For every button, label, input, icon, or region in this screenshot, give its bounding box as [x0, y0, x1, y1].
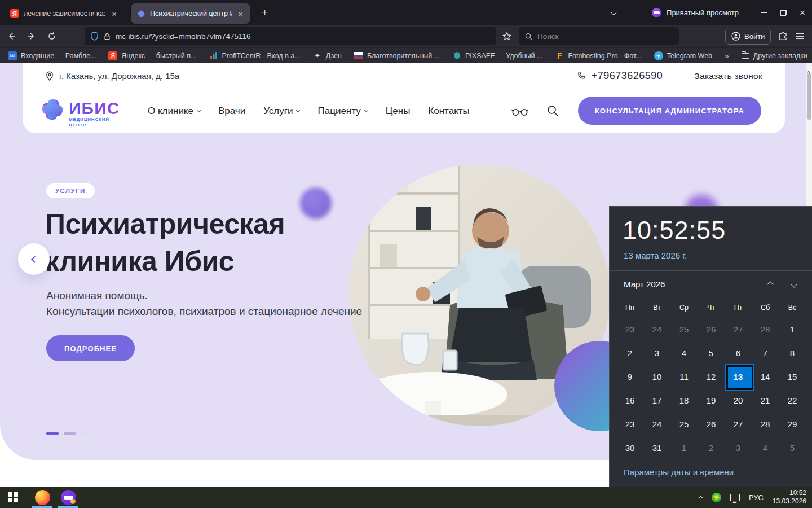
bookmark-item[interactable]: ✦Дзен — [313, 51, 342, 60]
shield-icon[interactable] — [90, 32, 99, 41]
bookmark-item[interactable]: ✉Входящие — Рамбле... — [8, 51, 96, 60]
carousel-dot[interactable] — [64, 432, 76, 435]
calendar-day[interactable]: 1 — [670, 436, 698, 459]
nav-item-kontakty[interactable]: Контакты — [428, 106, 469, 117]
site-search-icon[interactable] — [544, 103, 562, 119]
calendar-day[interactable]: 14 — [752, 365, 779, 388]
bookmarks-overflow-icon[interactable]: » — [725, 51, 729, 60]
scrollbar-thumb[interactable] — [807, 73, 811, 120]
calendar-day[interactable]: 10 — [643, 365, 670, 388]
admin-consultation-button[interactable]: КОНСУЛЬТАЦИЯ АДМИНИСТРАТОРА — [578, 97, 761, 125]
clock-date-link[interactable]: 13 марта 2026 г. — [624, 251, 687, 260]
nav-item-uslugi[interactable]: Услуги — [263, 106, 299, 117]
calendar-day[interactable]: 25 — [670, 317, 698, 341]
tab-close-icon[interactable]: × — [236, 9, 245, 19]
reload-icon[interactable] — [43, 28, 61, 44]
calendar-day[interactable]: 24 — [643, 412, 670, 436]
calendar-day[interactable]: 4 — [670, 341, 698, 365]
login-button[interactable]: Войти — [725, 28, 771, 45]
nav-item-o-klinike[interactable]: О клинике — [148, 106, 200, 117]
list-all-tabs-icon[interactable] — [604, 11, 624, 15]
calendar-day[interactable]: 28 — [752, 317, 779, 341]
calendar-day[interactable]: 4 — [752, 436, 779, 459]
calendar-next-month-icon[interactable] — [792, 279, 796, 289]
calendar-day[interactable]: 8 — [779, 341, 806, 365]
restore-button[interactable] — [774, 0, 793, 25]
tray-expand-icon[interactable] — [699, 492, 703, 502]
more-button[interactable]: ПОДРОБНЕЕ — [46, 335, 135, 361]
taskbar-firefox-private-button[interactable] — [55, 487, 81, 508]
carousel-dot[interactable] — [81, 432, 94, 435]
calendar-day[interactable]: 9 — [616, 365, 643, 388]
calendar-prev-month-icon[interactable] — [768, 279, 773, 289]
bookmark-item[interactable]: ProfiTCentR - Вход в а... — [209, 51, 301, 60]
bookmark-item[interactable]: ЯЯндекс — быстрый п... — [108, 51, 196, 60]
tab-close-icon[interactable]: × — [110, 9, 118, 19]
phone-link[interactable]: +79673626590 — [577, 70, 663, 82]
calendar-day[interactable]: 27 — [725, 412, 752, 436]
calendar-day[interactable]: 7 — [752, 341, 779, 365]
minimize-button[interactable] — [754, 0, 774, 25]
nav-item-ceny[interactable]: Цены — [386, 106, 411, 117]
forward-icon[interactable] — [23, 28, 41, 44]
other-bookmarks-folder[interactable]: Другие закладки — [742, 52, 807, 60]
calendar-day[interactable]: 25 — [670, 412, 698, 436]
calendar-day[interactable]: 3 — [725, 436, 752, 459]
calendar-day[interactable]: 2 — [698, 436, 725, 459]
nav-item-vrachi[interactable]: Врачи — [218, 106, 245, 117]
calendar-day[interactable]: 28 — [752, 412, 779, 436]
lock-icon[interactable] — [103, 32, 111, 41]
start-button[interactable] — [0, 487, 26, 508]
carousel-prev-button[interactable] — [18, 243, 50, 275]
calendar-day[interactable]: 17 — [643, 388, 670, 412]
calendar-day[interactable]: 30 — [616, 436, 643, 459]
site-logo[interactable]: ИБИС МЕДИЦИНСКИЙ ЦЕНТР — [39, 97, 120, 129]
calendar-day[interactable]: 3 — [643, 341, 670, 365]
calendar-day[interactable]: 26 — [698, 412, 725, 436]
calendar-day[interactable]: 31 — [643, 436, 670, 459]
url-bar[interactable]: mc-ibis.ru/?ysclid=mmolnb7vlm7475116 — [85, 27, 496, 45]
tray-antivirus-icon[interactable]: ✚ — [710, 492, 722, 503]
calendar-day[interactable]: 6 — [725, 341, 752, 365]
calendar-day[interactable]: 26 — [698, 317, 725, 341]
calendar-day[interactable]: 20 — [725, 388, 752, 412]
bookmark-item[interactable]: FFotohosting.Pro - Фот... — [555, 51, 641, 60]
calendar-day[interactable]: 2 — [616, 341, 643, 365]
calendar-day[interactable]: 5 — [779, 436, 806, 459]
bookmark-star-icon[interactable] — [498, 27, 515, 45]
date-time-settings-link[interactable]: Параметры даты и времени — [624, 467, 734, 477]
bookmark-item[interactable]: PIXSAFE — Удобный ... — [452, 51, 542, 60]
calendar-day[interactable]: 5 — [698, 341, 725, 365]
new-tab-button[interactable]: + — [258, 6, 271, 19]
tray-clock[interactable]: 10:52 13.03.2026 — [773, 489, 806, 506]
bookmark-item[interactable]: Благотворительный ... — [354, 51, 440, 60]
taskbar-firefox-button[interactable] — [29, 487, 55, 508]
calendar-day[interactable]: 18 — [670, 388, 698, 412]
calendar-day-selected[interactable]: 13 — [725, 365, 752, 388]
calendar-day[interactable]: 1 — [779, 317, 806, 341]
extensions-puzzle-icon[interactable] — [774, 27, 792, 43]
calendar-day[interactable]: 22 — [779, 388, 806, 412]
browser-search-bar[interactable] — [519, 27, 679, 45]
carousel-dot-active[interactable] — [46, 432, 59, 435]
calendar-day[interactable]: 11 — [670, 365, 698, 388]
calendar-day[interactable]: 23 — [616, 317, 643, 341]
tray-network-icon[interactable] — [730, 494, 740, 501]
search-input[interactable] — [537, 32, 656, 41]
calendar-day[interactable]: 27 — [725, 317, 752, 341]
bookmark-item[interactable]: ➤Telegram Web — [654, 51, 712, 60]
calendar-day[interactable]: 16 — [616, 388, 643, 412]
browser-tab-inactive[interactable]: Я лечение зависимости казань к × — [5, 3, 124, 24]
calendar-month-label[interactable]: Март 2026 — [624, 279, 665, 289]
callback-link[interactable]: Заказать звонок — [694, 71, 762, 81]
calendar-day[interactable]: 21 — [752, 388, 779, 412]
carousel-indicators[interactable] — [46, 432, 94, 435]
calendar-day[interactable]: 19 — [698, 388, 725, 412]
calendar-day[interactable]: 23 — [616, 412, 643, 436]
nav-item-pacientu[interactable]: Пациенту — [317, 106, 367, 117]
menu-hamburger-icon[interactable] — [791, 27, 809, 45]
back-icon[interactable] — [2, 28, 20, 44]
calendar-day[interactable]: 29 — [779, 412, 806, 436]
tray-language[interactable]: РУС — [749, 493, 764, 502]
calendar-day[interactable]: 12 — [698, 365, 725, 388]
